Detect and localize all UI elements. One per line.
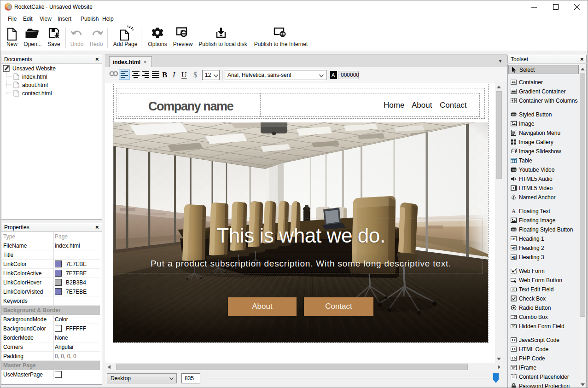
svg-text:000000: 000000 xyxy=(341,72,359,78)
svg-text:I: I xyxy=(172,71,175,79)
svg-text:H3: H3 xyxy=(512,255,516,260)
svg-text:A: A xyxy=(512,208,516,214)
svg-text:12: 12 xyxy=(205,72,211,78)
svg-text:Arial, Helvetica, sans-serif: Arial, Helvetica, sans-serif xyxy=(227,72,291,78)
svg-text:$: $ xyxy=(193,71,197,79)
svg-text:A: A xyxy=(332,72,335,78)
svg-text:U: U xyxy=(181,71,187,79)
svg-text:H2: H2 xyxy=(512,246,516,250)
svg-text:B: B xyxy=(162,70,167,79)
svg-text:H1: H1 xyxy=(512,237,516,241)
svg-text:You: You xyxy=(512,168,516,171)
